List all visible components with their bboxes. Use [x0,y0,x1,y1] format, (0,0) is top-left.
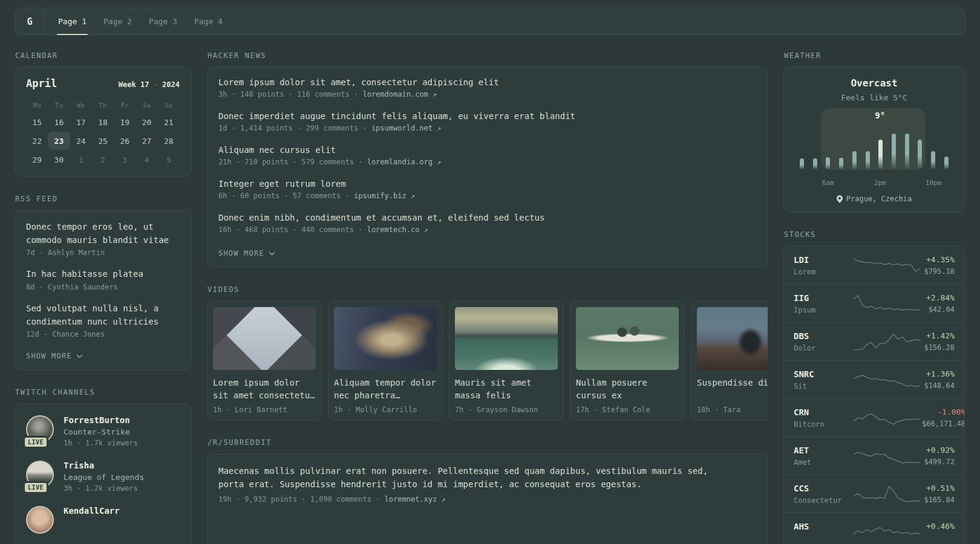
calendar-day: 21 [158,113,180,131]
channel-name[interactable]: KendallCarr [64,506,120,516]
stock-name: Bitcorn [794,420,852,429]
reddit-post-domain[interactable]: loremnet.xyz ↗ [385,495,446,504]
hn-story-domain[interactable]: ipsumworld.net ↗ [371,124,442,132]
video-title[interactable]: Mauris sit amet massa felis [455,377,558,402]
stock-name: Sit [794,382,852,390]
rss-item-title[interactable]: Donec tempor eros leo, ut commodo mauris… [26,221,180,247]
hn-story-domain[interactable]: loremtech.co ↗ [367,225,428,234]
video-card[interactable]: Lorem ipsum dolor sit amet consectetu… 1… [207,301,322,420]
video-thumbnail[interactable] [334,307,437,370]
reddit-post: Maecenas mollis pulvinar erat non posuer… [218,464,756,504]
video-card[interactable]: Suspendisse diam 18h · Tara [691,301,768,420]
twitch-widget: TWITCH CHANNELS LIVE ForrestBurton Count… [15,388,191,544]
hn-meta-text: 21h · 710 points · 579 comments [218,158,354,166]
hn-story-title[interactable]: Donec imperdiet augue tincidunt felis al… [218,111,756,121]
external-link-icon: ↗ [437,124,441,132]
video-title[interactable]: Suspendisse diam [697,377,768,402]
hn-story-title[interactable]: Donec enim nibh, condimentum et accumsan… [218,213,756,222]
video-thumbnail[interactable] [455,307,558,370]
weather-feels-like: Feels like 5°C [794,93,955,102]
twitch-channel[interactable]: LIVE ForrestBurton Counter-Strike 1h · 1… [26,415,180,447]
subreddit-card: Maecenas mollis pulvinar erat non posuer… [207,454,768,544]
stock-row[interactable]: CRN Bitcorn -1.00% $66,171.48 [784,398,964,436]
hn-story-domain[interactable]: ipsumify.biz ↗ [354,192,415,200]
stock-row[interactable]: LDI Lorem +4.35% $795.18 [784,247,964,284]
stock-name [794,534,852,543]
meta-separator: · [358,124,371,132]
video-thumbnail[interactable] [576,307,679,370]
video-thumbnail[interactable] [697,307,768,370]
stock-row[interactable]: SNRC Sit +1.36% $148.64 [784,360,964,398]
reddit-post-meta: 19h · 9,932 points · 1,090 comments · lo… [218,495,756,504]
video-title[interactable]: Aliquam tempor dolor nec pharetra… [334,377,437,402]
weekday-label: Tu [48,98,70,112]
live-badge: LIVE [23,436,48,448]
weather-hour-bar [931,151,935,170]
rss-show-more-button[interactable]: SHOW MORE [26,352,83,360]
hn-story-domain[interactable]: loremdomain.com ↗ [362,90,437,99]
rss-item-title[interactable]: Sed volutpat nulla nisl, a condimentum n… [26,302,180,328]
twitch-channel[interactable]: LIVE Trisha League of Legends 3h · 1.2k … [26,461,180,493]
rss-item-meta: 8d · Cynthia Saunders [26,283,180,291]
time-label: 6am [822,179,834,187]
stock-row[interactable]: AET Amet +0.92% $499.72 [784,436,964,474]
calendar-day: 24 [70,132,92,150]
calendar-day: 1 [70,151,92,169]
stock-symbol: AET [794,445,852,455]
external-link-icon: ↗ [433,90,437,99]
tab-page-1[interactable]: Page 1 [58,8,87,34]
reddit-meta-text: 19h · 9,932 points · 1,090 comments [218,495,371,504]
twitch-channel[interactable]: KendallCarr [26,506,180,534]
calendar-day: 3 [114,151,136,169]
external-link-icon: ↗ [424,225,428,234]
video-card[interactable]: Nullam posuere cursus ex 17h · Stefan Co… [570,301,685,420]
stock-row[interactable]: CCS Consectetur +0.51% $165.84 [784,474,964,513]
video-card[interactable]: Mauris sit amet massa felis 7h · Grayson… [449,301,564,420]
hn-story: Donec enim nibh, condimentum et accumsan… [218,213,756,234]
tab-page-4[interactable]: Page 4 [194,8,223,34]
hn-story-title[interactable]: Integer eget rutrum lorem [218,179,756,189]
calendar-section-title: CALENDAR [15,51,191,60]
hn-story-meta: 21h · 710 points · 579 comments · loreml… [218,158,756,166]
rss-item-title[interactable]: In hac habitasse platea [26,268,180,281]
tab-page-2[interactable]: Page 2 [103,8,132,34]
video-card[interactable]: Aliquam tempor dolor nec pharetra… 1h · … [328,301,443,420]
calendar-day-selected: 23 [48,132,70,150]
app-logo[interactable]: G [15,8,45,34]
calendar-month: April [26,77,57,89]
hn-story-domain[interactable]: loremlandia.org ↗ [367,158,442,166]
stock-row[interactable]: IIG Ipsum +2.84% $42.04 [784,284,964,322]
channel-name[interactable]: ForrestBurton [64,415,138,425]
video-thumbnail[interactable] [213,307,316,370]
weekday-label: Su [158,98,180,112]
middle-column: HACKER NEWS Lorem ipsum dolor sit amet, … [207,51,768,544]
location-text: Prague, Czechia [846,195,912,203]
hn-story-title[interactable]: Aliquam nec cursus elit [218,145,756,155]
hn-meta-text: 3h · 148 points · 116 comments [218,90,350,99]
calendar-day: 17 [70,113,92,131]
show-more-label: SHOW MORE [218,249,264,257]
stock-row[interactable]: DBS Dolor +1.42% $156.28 [784,322,964,360]
weekday-label: Sa [136,98,157,112]
time-label: 10pm [926,179,942,187]
video-title[interactable]: Lorem ipsum dolor sit amet consectetu… [213,377,316,402]
reddit-post-title[interactable]: Maecenas mollis pulvinar erat non posuer… [218,464,711,491]
calendar-day: 20 [136,113,157,131]
channel-name[interactable]: Trisha [64,461,144,470]
tab-page-3[interactable]: Page 3 [149,8,177,34]
videos-section-title: VIDEOS [207,285,768,294]
stock-row[interactable]: AHS +0.46% [784,513,964,544]
calendar-day: 25 [92,132,114,150]
twitch-section-title: TWITCH CHANNELS [15,388,191,397]
hn-meta-text: 16h · 468 points · 440 comments [218,225,354,234]
hn-show-more-button[interactable]: SHOW MORE [218,249,275,257]
hn-story: Aliquam nec cursus elit 21h · 710 points… [218,145,756,166]
weather-hour-bar [852,151,857,170]
channel-meta: 1h · 1.7k viewers [64,439,138,447]
hn-story-title[interactable]: Lorem ipsum dolor sit amet, consectetur … [218,77,756,87]
stock-name: Amet [794,458,852,467]
stock-price: $66,171.48 [922,419,965,428]
weather-bars [796,126,952,170]
stock-price: $795.18 [922,267,955,276]
video-title[interactable]: Nullam posuere cursus ex [576,377,679,402]
